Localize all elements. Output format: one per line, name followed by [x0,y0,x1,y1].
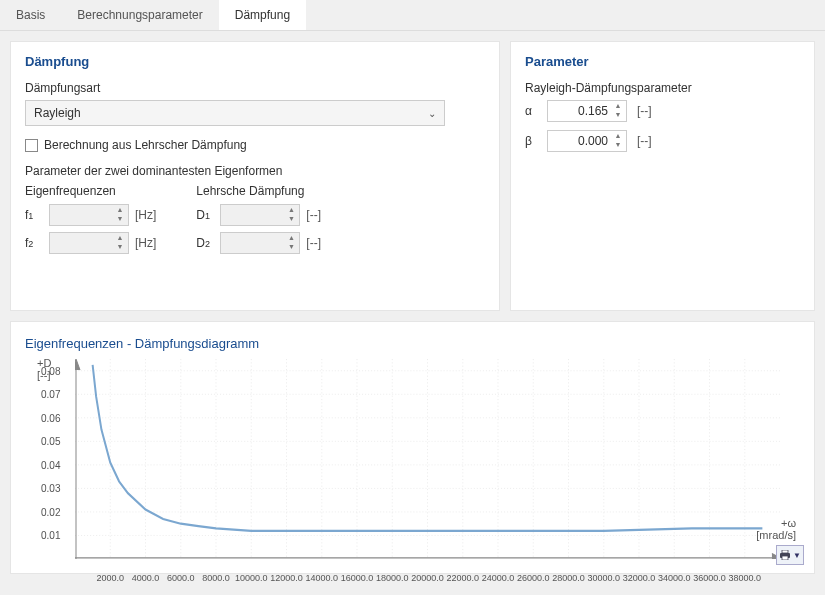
alpha-spin-down[interactable]: ▼ [612,111,624,120]
damping-type-value: Rayleigh [34,106,81,120]
beta-spin-down[interactable]: ▼ [612,141,624,150]
beta-symbol: β [525,134,537,148]
alpha-symbol: α [525,104,537,118]
x-tick-label: 4000.0 [132,573,160,583]
rayleigh-param-label: Rayleigh-Dämpfungsparameter [525,81,800,95]
parameter-panel-title: Parameter [525,54,800,69]
x-tick-label: 28000.0 [552,573,585,583]
d1-symbol: D1 [196,208,214,222]
y-tick-label: 0.08 [41,365,60,376]
x-tick-label: 30000.0 [587,573,620,583]
f2-unit: [Hz] [135,236,156,250]
d1-input[interactable]: ▲▼ [220,204,300,226]
tab-basis[interactable]: Basis [0,0,61,30]
eigenfreq-col-head: Eigenfrequenzen [25,184,156,198]
d2-unit: [--] [306,236,321,250]
x-tick-label: 34000.0 [658,573,691,583]
d1-unit: [--] [306,208,321,222]
x-tick-label: 24000.0 [482,573,515,583]
x-tick-label: 22000.0 [446,573,479,583]
x-tick-label: 32000.0 [623,573,656,583]
y-tick-label: 0.02 [41,506,60,517]
beta-unit: [--] [637,134,652,148]
y-tick-label: 0.06 [41,412,60,423]
damping-type-label: Dämpfungsart [25,81,485,95]
d2-spin-up[interactable]: ▲ [285,234,297,243]
x-tick-label: 6000.0 [167,573,195,583]
f2-input[interactable]: ▲▼ [49,232,129,254]
tab-berechnungsparameter[interactable]: Berechnungsparameter [61,0,218,30]
f1-symbol: f1 [25,208,43,222]
svg-rect-30 [782,550,788,553]
x-tick-label: 2000.0 [96,573,124,583]
f1-spin-down[interactable]: ▼ [114,215,126,224]
chevron-down-icon: ▼ [793,551,801,560]
x-tick-label: 20000.0 [411,573,444,583]
beta-input[interactable]: 0.000▲▼ [547,130,627,152]
d2-symbol: D2 [196,236,214,250]
beta-spin-up[interactable]: ▲ [612,132,624,141]
y-tick-label: 0.01 [41,530,60,541]
damping-panel: Dämpfung Dämpfungsart Rayleigh ⌄ Berechn… [10,41,500,311]
f2-spin-up[interactable]: ▲ [114,234,126,243]
print-button[interactable]: ▼ [776,545,804,565]
x-tick-label: 26000.0 [517,573,550,583]
f1-unit: [Hz] [135,208,156,222]
y-tick-label: 0.05 [41,436,60,447]
d2-spin-down[interactable]: ▼ [285,243,297,252]
x-tick-label: 10000.0 [235,573,268,583]
d1-spin-up[interactable]: ▲ [285,206,297,215]
tab-daempfung[interactable]: Dämpfung [219,0,306,30]
x-tick-label: 14000.0 [305,573,338,583]
x-axis-label: +ω[mrad/s] [756,517,796,541]
alpha-spin-up[interactable]: ▲ [612,102,624,111]
chevron-down-icon: ⌄ [428,108,436,119]
x-tick-label: 16000.0 [341,573,374,583]
chart-area: +D[--] +ω[mrad/s] 0.010.020.030.040.050.… [75,359,780,559]
d1-spin-down[interactable]: ▼ [285,215,297,224]
x-tick-label: 8000.0 [202,573,230,583]
damping-panel-title: Dämpfung [25,54,485,69]
lehr-damping-checkbox-label: Berechnung aus Lehrscher Dämpfung [44,138,247,152]
y-tick-label: 0.04 [41,459,60,470]
print-icon [779,550,791,560]
y-tick-label: 0.07 [41,389,60,400]
tab-bar: Basis Berechnungsparameter Dämpfung [0,0,825,31]
f2-spin-down[interactable]: ▼ [114,243,126,252]
y-tick-label: 0.03 [41,483,60,494]
f2-symbol: f2 [25,236,43,250]
chart-panel: Eigenfrequenzen - Dämpfungsdiagramm +D[-… [10,321,815,574]
damping-chart [75,359,780,559]
x-tick-label: 12000.0 [270,573,303,583]
alpha-input[interactable]: 0.165▲▼ [547,100,627,122]
parameter-panel: Parameter Rayleigh-Dämpfungsparameter α … [510,41,815,311]
d2-input[interactable]: ▲▼ [220,232,300,254]
alpha-unit: [--] [637,104,652,118]
x-tick-label: 38000.0 [728,573,761,583]
svg-rect-31 [782,556,788,560]
f1-spin-up[interactable]: ▲ [114,206,126,215]
lehr-damping-checkbox[interactable] [25,139,38,152]
f1-input[interactable]: ▲▼ [49,204,129,226]
lehr-col-head: Lehrsche Dämpfung [196,184,321,198]
damping-type-select[interactable]: Rayleigh ⌄ [25,100,445,126]
x-tick-label: 18000.0 [376,573,409,583]
chart-title: Eigenfrequenzen - Dämpfungsdiagramm [25,336,800,351]
x-tick-label: 36000.0 [693,573,726,583]
eigenform-subhead: Parameter der zwei dominantesten Eigenfo… [25,164,485,178]
